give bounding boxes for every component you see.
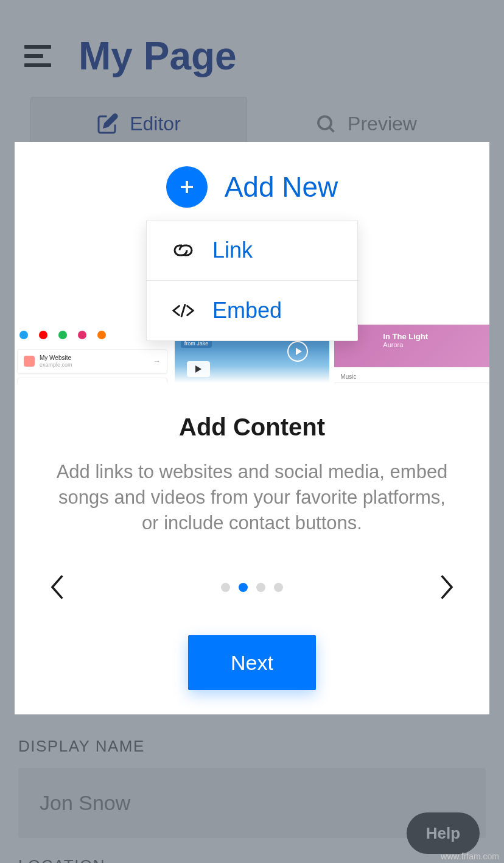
chevron-left-icon[interactable] bbox=[48, 572, 65, 602]
carousel-dot[interactable] bbox=[221, 583, 230, 592]
embed-icon bbox=[171, 302, 195, 319]
carousel-dot[interactable] bbox=[256, 583, 265, 592]
tab-label: Editor bbox=[130, 113, 181, 135]
dropdown-item-embed[interactable]: Embed bbox=[147, 280, 357, 340]
option-label: Embed bbox=[212, 298, 282, 323]
onboarding-modal: My Website example.com → New Project exa… bbox=[15, 142, 489, 714]
display-name-label: DISPLAY NAME bbox=[18, 737, 486, 756]
option-label: Link bbox=[212, 238, 253, 263]
page-title: My Page bbox=[79, 33, 237, 79]
svg-line-4 bbox=[181, 305, 185, 316]
help-button[interactable]: Help bbox=[407, 812, 480, 854]
add-new-button[interactable] bbox=[166, 166, 208, 208]
location-label: LOCATION bbox=[18, 856, 486, 863]
help-label: Help bbox=[426, 824, 460, 843]
next-button[interactable]: Next bbox=[188, 635, 316, 690]
example-card: My Website example.com → bbox=[17, 349, 167, 374]
search-icon bbox=[315, 113, 337, 135]
play-icon bbox=[287, 341, 308, 362]
modal-description: Add links to websites and social media, … bbox=[48, 459, 456, 536]
example-card: New Project example.com → bbox=[17, 378, 167, 384]
modal-illustration: My Website example.com → New Project exa… bbox=[15, 142, 489, 383]
modal-heading: Add Content bbox=[179, 414, 325, 441]
dropdown-item-link[interactable]: Link bbox=[147, 220, 357, 280]
svg-point-0 bbox=[318, 116, 331, 129]
play-icon bbox=[187, 361, 210, 377]
add-new-label: Add New bbox=[225, 171, 338, 203]
edit-icon bbox=[97, 113, 119, 135]
link-icon bbox=[171, 242, 195, 259]
svg-line-1 bbox=[329, 127, 334, 132]
menu-icon[interactable] bbox=[24, 45, 51, 67]
watermark: www.frfam.com bbox=[441, 851, 499, 861]
tab-label: Preview bbox=[348, 113, 417, 135]
add-new-dropdown: Link Embed bbox=[146, 220, 358, 341]
chevron-right-icon[interactable] bbox=[439, 572, 456, 602]
carousel-dots bbox=[221, 583, 283, 592]
plus-icon bbox=[178, 178, 196, 196]
next-label: Next bbox=[231, 651, 273, 674]
carousel-dot[interactable] bbox=[239, 583, 248, 592]
carousel-dot[interactable] bbox=[274, 583, 283, 592]
